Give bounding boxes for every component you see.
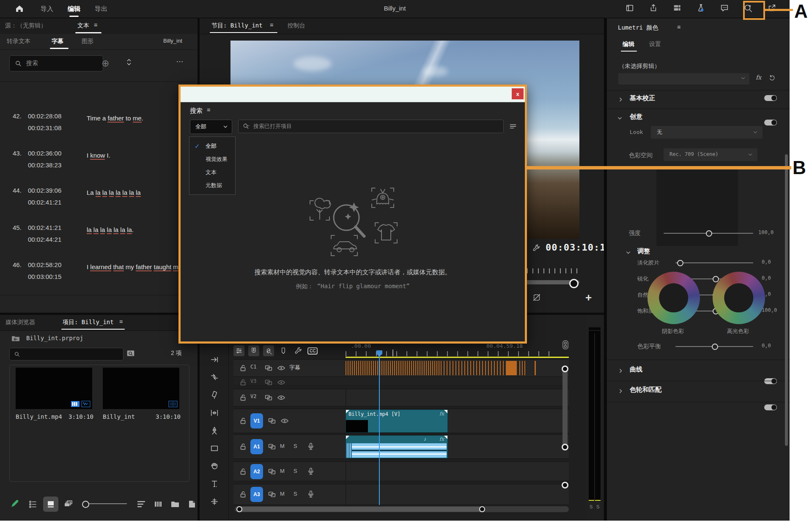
- creative-header[interactable]: 创意: [630, 113, 642, 121]
- track-target-badge-a1[interactable]: A1: [250, 439, 263, 454]
- dialog-close-button[interactable]: x: [512, 88, 524, 99]
- subtab-transcript[interactable]: 转录文本: [7, 38, 30, 45]
- source-patch-icon[interactable]: [264, 363, 273, 373]
- track-lock-icon[interactable]: [239, 393, 248, 402]
- project-item-thumbnail[interactable]: [16, 368, 92, 409]
- tab-project[interactable]: 项目: Billy_int: [63, 319, 114, 326]
- faded-film-slider-knob[interactable]: [677, 260, 683, 266]
- filter-results-icon[interactable]: [509, 122, 517, 131]
- source-patch-icon[interactable]: [267, 467, 277, 476]
- thumbnail-zoom-slider[interactable]: [83, 503, 127, 504]
- clip-effect-select[interactable]: [618, 73, 749, 85]
- wheels-match-header[interactable]: 色轮和匹配: [630, 386, 661, 394]
- reset-effect-icon[interactable]: [768, 74, 776, 82]
- timeline-hscrollbar[interactable]: [235, 506, 569, 512]
- mute-track-button[interactable]: M: [280, 443, 285, 449]
- scope-menu-item[interactable]: 视觉效果: [189, 153, 235, 166]
- scope-menu-item[interactable]: 元数据: [189, 179, 235, 192]
- program-scrubber-knob[interactable]: [569, 279, 579, 288]
- mute-track-button[interactable]: M: [280, 491, 285, 497]
- navigate-up-icon[interactable]: [11, 334, 20, 342]
- highlight-tint-wheel[interactable]: [713, 272, 765, 324]
- fx-icon[interactable]: fx: [756, 74, 761, 81]
- caption-end-time[interactable]: 00:02:41:21: [28, 199, 61, 206]
- adjust-header[interactable]: 调整: [637, 247, 650, 255]
- project-search-input[interactable]: [9, 348, 123, 360]
- tab-console[interactable]: 控制台: [288, 22, 305, 30]
- caption-text[interactable]: I know I.: [87, 150, 192, 161]
- track-lock-icon[interactable]: [239, 467, 248, 476]
- caption-row[interactable]: 46.00:02:58:2000:03:00:15I learned that …: [0, 261, 198, 295]
- toggle-track-output-icon[interactable]: [277, 378, 286, 386]
- timeline-vscrollbar[interactable]: [562, 368, 568, 448]
- freeform-view-icon[interactable]: [63, 499, 74, 509]
- search-bins-icon[interactable]: [126, 349, 135, 358]
- subtab-captions[interactable]: 字幕: [52, 38, 63, 45]
- timeline-video-clip[interactable]: Billy_int.mp4 [V]fx: [346, 409, 448, 433]
- look-preview[interactable]: [656, 167, 738, 246]
- scope-menu-item[interactable]: 文本: [189, 166, 235, 179]
- caption-row[interactable]: 43.00:02:36:0000:02:38:23I know I.: [0, 150, 198, 183]
- source-patch-icon[interactable]: [264, 378, 273, 386]
- share-icon[interactable]: [649, 3, 658, 13]
- creative-toggle[interactable]: [764, 120, 777, 126]
- filmstrip-icon[interactable]: [153, 499, 163, 509]
- add-caption-icon[interactable]: ⊕: [102, 58, 109, 69]
- project-item-name[interactable]: Billy_int: [103, 413, 135, 420]
- caption-row[interactable]: 44.00:02:39:0600:02:41:21La la la la la …: [0, 187, 198, 221]
- project-breadcrumb[interactable]: Billy_int.prproj: [26, 335, 83, 341]
- creative-chevron-icon[interactable]: [617, 115, 623, 121]
- program-panel-menu-icon[interactable]: ≡: [270, 22, 273, 28]
- caption-text[interactable]: la la la la la la la.: [87, 224, 192, 236]
- faded-film-value[interactable]: 0,0: [762, 259, 771, 265]
- caption-end-time[interactable]: 00:02:44:21: [28, 236, 61, 243]
- voice-over-record-icon[interactable]: [306, 467, 315, 476]
- track-lock-icon[interactable]: [239, 442, 248, 451]
- project-item-name[interactable]: Billy_int.mp4: [16, 413, 62, 420]
- source-patch-icon[interactable]: [264, 393, 273, 402]
- caption-search-input[interactable]: 搜索: [9, 55, 103, 71]
- curves-toggle[interactable]: [764, 378, 777, 384]
- caption-end-time[interactable]: 00:02:38:23: [28, 161, 61, 169]
- workspace-icon[interactable]: [625, 3, 634, 13]
- caption-start-time[interactable]: 00:02:41:21: [28, 224, 61, 231]
- shadow-tint-wheel[interactable]: [647, 272, 700, 324]
- caption-clips-mid[interactable]: [444, 361, 505, 375]
- dialog-titlebar[interactable]: x: [181, 87, 525, 102]
- wheels-match-toggle[interactable]: [764, 404, 777, 410]
- caption-clips-block[interactable]: [506, 361, 517, 375]
- new-item-icon[interactable]: [187, 499, 197, 509]
- zoom-slider-knob[interactable]: [82, 501, 89, 508]
- solo-track-button[interactable]: S: [294, 491, 297, 497]
- project-panel-menu-icon[interactable]: ≡: [119, 318, 123, 325]
- toggle-track-output-icon[interactable]: [277, 393, 286, 402]
- hscroll-right-handle[interactable]: [479, 506, 485, 512]
- track-target-badge-a3[interactable]: A3: [250, 487, 263, 502]
- caption-clip-single[interactable]: [535, 361, 536, 375]
- lumetri-tab-edit[interactable]: 编辑: [623, 41, 634, 48]
- hscroll-left-handle[interactable]: [236, 506, 242, 512]
- voice-over-record-icon[interactable]: [306, 490, 315, 499]
- track-lock-icon[interactable]: [239, 378, 248, 386]
- source-patch-icon[interactable]: [267, 442, 277, 451]
- subtab-graphics[interactable]: 图形: [82, 38, 93, 45]
- thumbnail-view-button[interactable]: [43, 497, 58, 512]
- stacked-panels-icon[interactable]: [672, 3, 682, 13]
- project-item-thumbnail[interactable]: [103, 368, 179, 409]
- curves-chevron-icon[interactable]: [618, 368, 623, 374]
- lumetri-panel-menu-icon[interactable]: ≡: [677, 24, 680, 30]
- track-lock-icon[interactable]: [239, 416, 248, 426]
- search-scope-select[interactable]: 全部: [190, 120, 232, 134]
- mute-track-button[interactable]: M: [280, 468, 285, 474]
- program-timecode[interactable]: 00:03:10:10: [546, 242, 612, 253]
- caption-clip-bar[interactable]: [519, 361, 525, 375]
- track-lock-icon[interactable]: [239, 490, 248, 499]
- sharpen-value[interactable]: 0,0: [762, 275, 771, 281]
- caption-row[interactable]: 42.00:02:28:0800:02:31:08Time a father t…: [0, 112, 198, 146]
- caption-text[interactable]: Time a father to me.: [87, 112, 192, 124]
- track-height-handle[interactable]: [562, 482, 568, 489]
- vscroll-top-handle[interactable]: [562, 366, 568, 372]
- caption-start-time[interactable]: 00:02:28:08: [28, 112, 61, 120]
- toggle-track-output-icon[interactable]: [280, 416, 289, 426]
- caption-start-time[interactable]: 00:02:36:00: [28, 150, 61, 157]
